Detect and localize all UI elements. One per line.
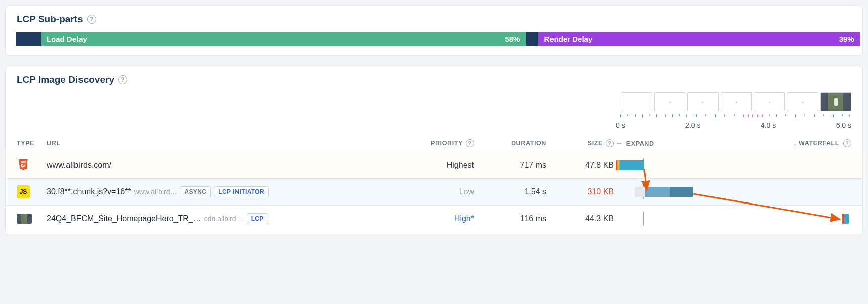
lcp-discovery-header: LCP Image Discovery ? [6,66,862,92]
waterfall-bar[interactable] [616,160,644,170]
filmstrip-frame[interactable] [687,92,719,111]
timeline-tick [785,114,786,116]
priority-cell: High* [404,214,474,223]
col-duration[interactable]: DURATION [476,140,546,147]
subparts-segment[interactable] [526,32,538,46]
lcp-discovery-card: LCP Image Discovery ? 0 s 2.0 [5,66,863,235]
expand-control[interactable]: ← EXPAND [616,139,654,147]
timeline-tick [734,114,735,116]
lcp-subparts-title: LCP Sub-parts [17,14,83,25]
js-icon: JS [17,185,30,198]
axis-label: 4.0 s [761,121,776,129]
segment-value: 58% [505,35,520,43]
filmstrip-frame[interactable] [654,92,685,111]
timeline-tick [696,114,697,117]
waterfall-bar[interactable] [635,187,693,197]
image-icon [17,214,32,224]
filmstrip-frame[interactable] [721,92,752,111]
timeline-tick [656,114,657,117]
arrow-down-icon: ↓ [793,140,797,147]
timeline-tick [823,114,824,116]
timeline-axis-labels: 0 s 2.0 s 4.0 s 6.0 s [616,119,851,134]
url-cell: 30.f8**.chunk.js?v=16**www.allbird…ASYNC… [47,186,402,197]
url-main[interactable]: www.allbirds.com/ [47,161,111,170]
timeline-tick [762,114,763,117]
lcp-subparts-header: LCP Sub-parts ? [6,6,862,32]
timeline-tick [752,114,753,117]
timeline-tick [686,114,687,117]
timeline-tick [705,114,706,116]
timeline-tick [642,114,643,118]
table-row[interactable]: JS30.f8**.chunk.js?v=16**www.allbird…ASY… [6,178,862,206]
filmstrip-frame[interactable] [754,92,785,111]
timeline-tick [804,114,805,116]
subparts-segment[interactable]: Render Delay39% [538,32,860,46]
filmstrip-frame[interactable] [621,92,652,111]
waterfall-bar[interactable] [842,214,849,224]
col-type: TYPE [17,140,45,147]
timeline-tick [776,114,777,117]
timeline-tick [833,114,834,117]
timeline-tick [635,114,636,117]
segment-label: Load Delay [47,35,87,43]
axis-label: 0 s [616,121,625,129]
timeline-tick [649,114,650,116]
table-header: TYPE URL PRIORITY ? DURATION SIZE ? ← EX… [17,134,851,152]
timeline-area: 0 s 2.0 s 4.0 s 6.0 s [616,92,851,134]
timeline-tick [620,114,621,117]
badge: ASYNC [180,186,211,197]
timeline-tick [795,114,796,117]
timeline-tick [748,114,749,117]
lcp-subparts-bar: Load Delay58%Render Delay39% [16,32,852,46]
duration-cell: 1.54 s [476,187,546,196]
size-cell: 47.8 KB [548,161,614,170]
axis-label: 2.0 s [685,121,700,129]
lcp-subparts-card: LCP Sub-parts ? Load Delay58%Render Dela… [5,5,863,56]
table-rows: www.allbirds.com/Highest717 ms47.8 KBJS3… [17,152,851,232]
timeline-tick [672,114,673,117]
axis-label: 6.0 s [836,121,851,129]
url-main[interactable]: 30.f8**.chunk.js?v=16** [47,187,131,196]
col-priority[interactable]: PRIORITY ? [404,139,474,147]
timeline-marker [643,212,644,226]
lcp-discovery-body: 0 s 2.0 s 4.0 s 6.0 s TYPE URL PRIORITY … [6,92,862,235]
url-sub: www.allbird… [134,188,177,196]
table-row[interactable]: 24Q4_BFCM_Site_HomepageHero_TR_…cdn.allb… [17,206,851,232]
lcp-discovery-title: LCP Image Discovery [17,74,114,85]
subparts-segment[interactable] [16,32,41,46]
timeline-tick [715,114,716,117]
col-size[interactable]: SIZE ? [548,139,614,147]
url-main[interactable]: 24Q4_BFCM_Site_HomepageHero_TR_… [47,214,201,223]
help-icon[interactable]: ? [466,139,474,147]
timeline-tick [743,114,744,117]
timeline-tick [849,114,850,117]
arrow-left-icon: ← [616,139,623,147]
timeline-tick [627,114,628,116]
priority-cell: Low [404,187,474,196]
subparts-segment[interactable]: Load Delay58% [41,32,526,46]
duration-cell: 717 ms [476,161,546,170]
timeline-tick [757,114,758,117]
col-waterfall: ← EXPAND ↓ WATERFALL ? [616,139,851,147]
timeline-tick [665,114,666,117]
filmstrip-frame[interactable] [787,92,818,111]
timeline-tick [814,114,815,117]
filmstrip-frame[interactable] [820,92,851,111]
timeline-tick [679,114,680,116]
timeline-tick [842,114,843,116]
help-icon[interactable]: ? [118,75,127,84]
timeline-tick [724,114,725,117]
help-icon[interactable]: ? [87,15,96,24]
size-cell: 310 KB [548,187,614,196]
html5-icon [17,159,30,172]
url-sub: cdn.allbird… [204,215,244,223]
help-icon[interactable]: ? [606,139,614,147]
badge: LCP [247,213,268,224]
waterfall-cell [616,185,851,199]
help-icon[interactable]: ? [843,139,851,147]
waterfall-sort[interactable]: ↓ WATERFALL ? [793,139,851,147]
col-url: URL [47,140,402,147]
table-row[interactable]: www.allbirds.com/Highest717 ms47.8 KB [6,152,862,178]
priority-cell: Highest [404,161,474,170]
timeline-ticks [616,113,851,118]
